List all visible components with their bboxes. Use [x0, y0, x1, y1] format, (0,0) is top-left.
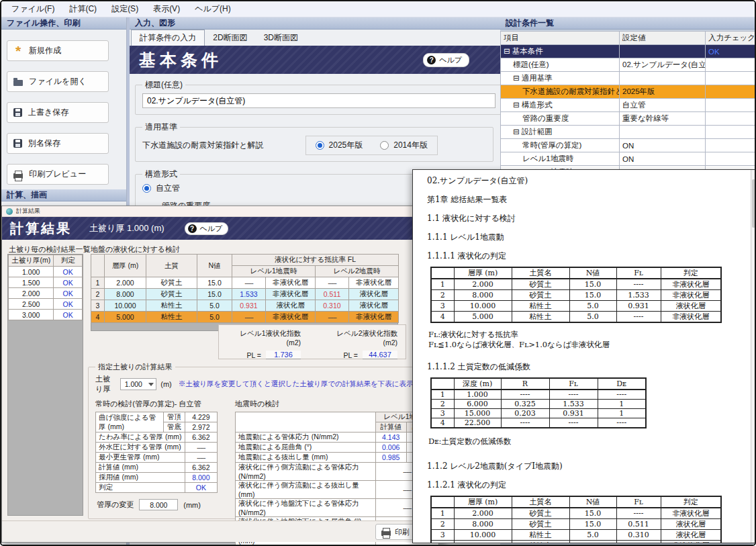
table-row[interactable]: 1.500OK [9, 277, 83, 288]
results-help-button[interactable]: ? ヘルプ [185, 222, 229, 235]
results-question-icon: ? [188, 224, 197, 233]
tab-2d-section[interactable]: 2D断面図 [205, 30, 255, 46]
table-cell: 15.0 [569, 519, 616, 530]
table-cell: 非液状化層 [661, 312, 721, 323]
specified-depth-results: 指定土被りの計算結果 土被り厚 1.000 (m) ※土被り厚を変更して頂くと選… [88, 362, 449, 519]
report-fl-note-2: Fʟ≦1.0ならば液状化層、Fʟ>1.0ならば非液状化層 [428, 340, 744, 349]
table-row: 深度 (m)RFʟDᴇ [431, 378, 646, 390]
save-as-button[interactable]: 別名保存 [7, 133, 109, 154]
table-row: 28.000砂質土15.00.511液状化層 [431, 519, 721, 530]
table-row[interactable]: ⊟ 基本条件OK [501, 45, 756, 58]
results-help-label: ヘルプ [200, 224, 223, 234]
table-cell: OK [54, 267, 83, 277]
cover-depth-value: 1.000 [125, 380, 142, 388]
title-input[interactable] [142, 93, 495, 108]
table-cell: 粘性土 [146, 300, 197, 312]
print-label: 印刷 [395, 527, 410, 537]
table-row[interactable]: 45.000粘性土5.0-----非液状化層-----非液状化層 [91, 312, 399, 323]
menu-settings[interactable]: 設定(S) [104, 1, 146, 17]
menu-file[interactable]: ファイル(F) [4, 1, 62, 17]
table-cell: ---- [598, 418, 646, 428]
table-row[interactable]: 3.000OK [9, 310, 83, 320]
help-button[interactable]: ? ヘルプ [423, 53, 469, 67]
tab-3d-section[interactable]: 3D断面図 [256, 30, 306, 46]
radio-2025[interactable]: 2025年版 [316, 140, 363, 151]
menu-calc[interactable]: 計算(C) [62, 1, 104, 17]
standard-text: 下水道施設の耐震対策指針と解説 [142, 140, 264, 151]
table-row[interactable]: 2.000OK [9, 288, 83, 299]
depth-list-label: 土被り毎の検討結果一覧 [9, 244, 91, 255]
table-cell: ----- [232, 277, 266, 289]
table-cell: 砂質土 [512, 508, 569, 519]
table-row[interactable]: ⊟ 構造形式自立管 [501, 99, 756, 112]
table-row[interactable]: ⊟ 設計範囲 [501, 126, 756, 139]
radio-self-standing-pipe[interactable]: 自立管 [142, 183, 180, 194]
table-row[interactable]: レベル1地震時ON [501, 152, 756, 166]
thickness-input[interactable]: 8.000 [139, 499, 178, 510]
table-cell: 標題(任意) [501, 58, 620, 72]
table-cell: 15.0 [569, 508, 616, 519]
table-row: 液状化に伴う側方流動による抜出し量 (mm)----- [236, 481, 439, 499]
report-scrollbar-thumb[interactable] [752, 179, 756, 228]
table-cell: 砂質土 [146, 289, 197, 300]
table-cell: 液状化層 [661, 301, 721, 312]
save-button[interactable]: 上書き保存 [7, 102, 109, 123]
menu-view[interactable]: 表示(V) [146, 1, 187, 17]
table-row[interactable]: 常時(管厚の算定)ON [501, 139, 756, 152]
results-titlebar[interactable]: 計算結果 [2, 206, 444, 217]
table-cell: 粘性土 [512, 312, 569, 323]
table-cell: レベル1地震時 [501, 152, 620, 166]
table-cell: 4 [431, 541, 454, 543]
table-cell: 8.000 [105, 289, 146, 300]
table-cell: 非液状化層 [661, 541, 721, 543]
cover-depth-label: 土被り厚 [95, 374, 116, 394]
open-file-button[interactable]: ファイルを開く [7, 71, 109, 92]
report-content: 02.サンプルデータ(自立管) 第1章 総括結果一覧表 1.1 液状化に対する検… [413, 170, 751, 543]
help-label: ヘルプ [439, 55, 462, 65]
table-cell: 1.000 [9, 267, 54, 277]
results-titlebar-label: 計算結果 [16, 207, 40, 216]
table-cell: Fʟ [616, 267, 661, 279]
depth-header-row: 土被り厚(m) 判定 [9, 255, 83, 267]
liquefaction-label: 地盤の液状化に対する検討 [91, 244, 180, 255]
table-row[interactable]: 1.000OK [9, 267, 83, 277]
table-row[interactable]: 12.000砂質土15.0-----非液状化層-----非液状化層 [91, 277, 399, 289]
table-row: 12.000砂質土15.0----非液状化層 [431, 508, 721, 519]
normal-check-label: 常時の検討(管厚の算定)- 自立管 [95, 399, 218, 409]
table-cell: 8.000 [454, 290, 512, 301]
table-cell: 0.325 [501, 400, 549, 409]
table-row[interactable]: 310.000粘性土5.00.931液状化層0.310液状化層 [91, 300, 399, 312]
table-row[interactable]: 標題(任意)02.サンプルデータ(自立管 [501, 58, 756, 72]
results-window-icon [6, 208, 13, 215]
pl-level2-value: 44.637 [363, 351, 397, 359]
new-file-icon: * [13, 46, 23, 56]
table-cell: Fʟ [549, 378, 598, 390]
menu-help[interactable]: ヘルプ(H) [187, 1, 238, 17]
table-row[interactable]: 下水道施設の耐震対策指針と解説2025年版 [501, 85, 756, 99]
table-cell: 地震動による屈曲角 (°) [236, 443, 376, 453]
table-row[interactable]: 28.000砂質土15.01.533非液状化層0.511液状化層 [91, 289, 399, 300]
table-cell: 非液状化層 [349, 277, 399, 289]
table-cell [620, 72, 706, 85]
cover-depth-select[interactable]: 1.000 [120, 378, 157, 390]
table-cell: 土質名 [512, 496, 569, 508]
new-file-button[interactable]: * 新規作成 [7, 40, 109, 61]
pl-index-box: レベル1液状化指数(m2) PL = 1.736 レベル2液状化指数(m2) P… [218, 324, 406, 359]
table-row[interactable]: ⊟ 適用基準 [501, 72, 756, 85]
table-cell: 4 [91, 312, 105, 323]
report-scrollbar[interactable] [751, 170, 756, 543]
table-cell: 15.0 [569, 279, 616, 290]
table-cell: 2 [91, 289, 105, 300]
table-cell: 深度 (m) [454, 378, 501, 390]
table-cell: 5.000 [454, 541, 512, 543]
radio-2014[interactable]: 2014年版 [380, 140, 428, 151]
table-cell: 5.0 [569, 530, 616, 541]
results-title: 計算結果 [10, 220, 72, 238]
table-cell: 層厚 (m) [454, 267, 512, 279]
seismic-blank-header [236, 412, 376, 433]
radio-2025-label: 2025年版 [329, 140, 363, 151]
print-preview-button[interactable]: 印刷プレビュー [7, 164, 109, 185]
table-row[interactable]: 管路の重要度重要な幹線等 [501, 112, 756, 126]
tab-calc-conditions[interactable]: 計算条件の入力 [131, 30, 205, 46]
table-row[interactable]: 2.500OK [9, 299, 83, 310]
